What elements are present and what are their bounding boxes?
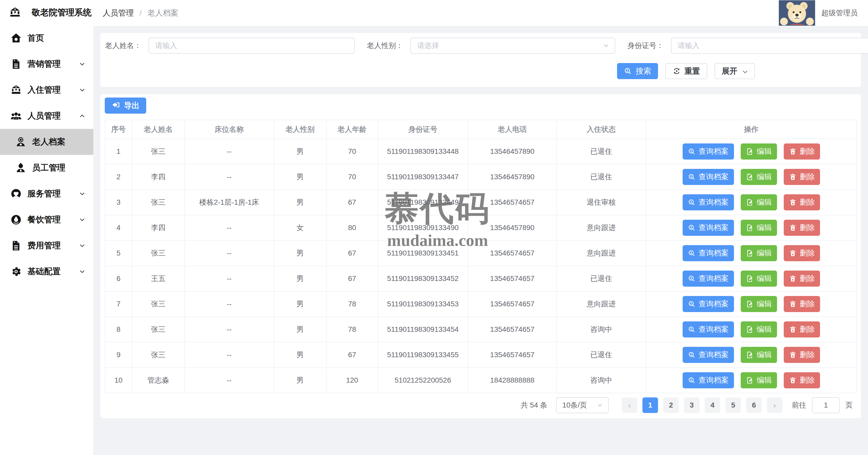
view-archive-button[interactable]: 查询档案: [683, 194, 734, 210]
search-icon: [624, 67, 632, 75]
edit-button[interactable]: 编辑: [741, 194, 777, 210]
page-button-6[interactable]: 6: [746, 397, 762, 413]
chevron-down-icon: [596, 401, 603, 409]
edit-button[interactable]: 编辑: [741, 372, 777, 388]
table-panel: 导出 序号老人姓名床位名称老人性别老人年龄身份证号老人电话入住状态操作 1 张三…: [100, 94, 861, 418]
field-id-card: 身份证号：: [627, 38, 868, 54]
view-archive-button[interactable]: 查询档案: [683, 372, 734, 388]
cell-phone: 13546574657: [468, 342, 557, 368]
table-row: 5 张三 -- 男 67 511901198309133451 13546574…: [105, 240, 857, 266]
prev-page-button[interactable]: ‹: [622, 397, 637, 413]
edit-button[interactable]: 编辑: [741, 296, 777, 312]
refresh-icon: [673, 67, 681, 75]
sidebar-item-label: 老人档案: [32, 136, 65, 148]
next-page-button[interactable]: ›: [767, 397, 782, 413]
search-icon: [688, 275, 695, 282]
delete-button[interactable]: 删除: [784, 372, 820, 388]
delete-button[interactable]: 删除: [784, 220, 820, 236]
view-archive-button[interactable]: 查询档案: [683, 322, 734, 337]
page-button-4[interactable]: 4: [705, 397, 720, 413]
table-row: 1 张三 -- 男 70 511901198309133448 13546457…: [105, 139, 857, 164]
page-button-1[interactable]: 1: [643, 397, 658, 413]
page-button-5[interactable]: 5: [725, 397, 741, 413]
expand-button-label: 展开: [722, 66, 737, 77]
edit-button[interactable]: 编辑: [741, 245, 777, 261]
institution-logo-icon: [9, 7, 21, 19]
sidebar-item-home[interactable]: 首页: [0, 25, 93, 51]
delete-button[interactable]: 删除: [784, 144, 820, 159]
edit-button[interactable]: 编辑: [741, 347, 777, 363]
search-button[interactable]: 搜索: [617, 63, 658, 79]
edit-label: 编辑: [757, 273, 772, 284]
settings-gear-icon: [10, 266, 22, 277]
id-card-input[interactable]: [671, 38, 868, 54]
search-icon: [688, 224, 695, 232]
sidebar-item-elder-archives[interactable]: 老人档案: [0, 129, 93, 155]
view-archive-button[interactable]: 查询档案: [683, 169, 734, 185]
export-button[interactable]: 导出: [105, 97, 146, 114]
edit-button[interactable]: 编辑: [741, 322, 777, 337]
edit-button[interactable]: 编辑: [741, 220, 777, 236]
goto-page-input[interactable]: [812, 397, 840, 413]
expand-button[interactable]: 展开: [715, 63, 755, 79]
reset-button-label: 重置: [684, 66, 700, 77]
view-archive-button[interactable]: 查询档案: [683, 220, 734, 236]
sidebar-item-service[interactable]: 服务管理: [0, 181, 93, 207]
search-icon: [688, 376, 695, 384]
view-archive-button[interactable]: 查询档案: [683, 271, 734, 286]
view-archive-button[interactable]: 查询档案: [683, 296, 734, 312]
sidebar-item-fees[interactable]: 费用管理: [0, 233, 93, 259]
chevron-down-icon: [78, 242, 86, 249]
edit-button[interactable]: 编辑: [741, 144, 777, 159]
cell-bed: --: [185, 368, 274, 393]
cell-age: 67: [327, 266, 378, 291]
elder-gender-select[interactable]: 请选择: [410, 38, 615, 54]
marketing-doc-icon: [10, 58, 22, 70]
delete-button[interactable]: 删除: [784, 347, 820, 363]
sidebar-item-checkin[interactable]: 入住管理: [0, 77, 93, 103]
column-header: 入住状态: [557, 120, 646, 139]
cell-gender: 男: [274, 342, 327, 368]
cell-status: 已退住: [557, 266, 646, 291]
view-archive-button[interactable]: 查询档案: [683, 245, 734, 261]
cell-phone: 13546574657: [468, 190, 557, 215]
delete-button[interactable]: 删除: [784, 322, 820, 337]
view-archive-button[interactable]: 查询档案: [683, 144, 734, 159]
page-size-select[interactable]: 10条/页: [556, 397, 609, 413]
view-archive-label: 查询档案: [699, 248, 729, 259]
sidebar-item-label: 费用管理: [28, 240, 61, 251]
edit-button[interactable]: 编辑: [741, 271, 777, 286]
cell-actions: 查询档案 编辑 删除: [646, 368, 857, 393]
elder-name-input[interactable]: [149, 38, 355, 54]
breadcrumb-parent[interactable]: 人员管理: [103, 8, 134, 19]
page-size-value: 10条/页: [562, 400, 587, 410]
delete-label: 删除: [800, 197, 815, 208]
edit-icon: [746, 199, 754, 206]
page-button-3[interactable]: 3: [684, 397, 700, 413]
delete-label: 删除: [800, 350, 815, 360]
delete-button[interactable]: 删除: [784, 194, 820, 210]
trash-icon: [789, 148, 797, 155]
user-menu[interactable]: 超级管理员: [779, 0, 868, 26]
cell-status: 意向跟进: [557, 291, 646, 317]
sidebar-item-staff[interactable]: 员工管理: [0, 155, 93, 181]
cell-no: 9: [105, 342, 132, 368]
view-archive-label: 查询档案: [699, 146, 729, 157]
delete-button[interactable]: 删除: [784, 245, 820, 261]
edit-button[interactable]: 编辑: [741, 169, 777, 185]
sidebar-item-dining[interactable]: 餐饮管理: [0, 207, 93, 233]
page-button-2[interactable]: 2: [663, 397, 679, 413]
view-archive-button[interactable]: 查询档案: [683, 347, 734, 363]
sidebar-item-marketing[interactable]: 营销管理: [0, 51, 93, 77]
sidebar-item-config[interactable]: 基础配置: [0, 259, 93, 284]
sidebar-item-label: 服务管理: [28, 188, 61, 200]
sidebar-item-label: 基础配置: [28, 266, 61, 277]
delete-button[interactable]: 删除: [784, 296, 820, 312]
delete-button[interactable]: 删除: [784, 169, 820, 185]
column-header: 老人电话: [468, 120, 557, 139]
reset-button[interactable]: 重置: [665, 63, 707, 79]
sidebar-item-personnel[interactable]: 人员管理: [0, 103, 93, 129]
sidebar-item-label: 营销管理: [28, 58, 61, 70]
cell-status: 已退住: [557, 342, 646, 368]
delete-button[interactable]: 删除: [784, 271, 820, 286]
